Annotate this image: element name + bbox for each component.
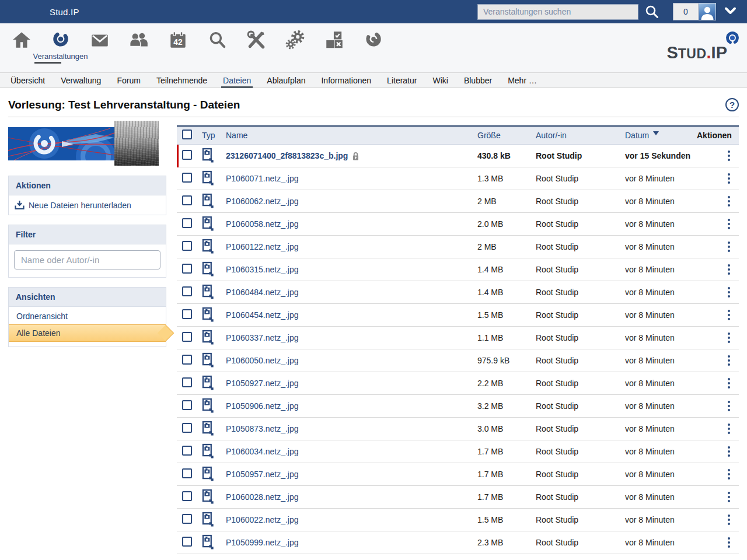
avatar[interactable] (699, 3, 716, 20)
row-checkbox[interactable] (182, 423, 192, 433)
file-name-link[interactable]: 23126071400_2f8813823c_b.jpg (226, 151, 348, 160)
row-checkbox[interactable] (182, 241, 192, 251)
file-name-link[interactable]: P1060022.netz_.jpg (226, 515, 299, 524)
row-actions-menu[interactable] (727, 354, 731, 367)
course-tab[interactable]: Teilnehmende (156, 73, 207, 88)
table-row: 23126071400_2f8813823c_b.jpg 430.8 kB Ro… (177, 145, 739, 167)
row-actions-menu[interactable] (727, 331, 731, 344)
planner-icon[interactable]: 42 (158, 30, 197, 64)
row-actions-menu[interactable] (727, 195, 731, 208)
search-nav-icon[interactable] (197, 30, 236, 64)
course-tab[interactable]: Literatur (387, 73, 417, 88)
row-checkbox[interactable] (182, 286, 192, 296)
search-icon[interactable] (644, 4, 659, 19)
course-tab[interactable]: Dateien (223, 73, 251, 88)
file-author: Root Studip (536, 265, 625, 274)
file-name-link[interactable]: P1060050.netz_.jpg (226, 356, 299, 365)
file-name-link[interactable]: P1060337.netz_.jpg (226, 333, 299, 342)
view-item[interactable]: Alle Dateien (9, 324, 166, 342)
file-size: 1.3 MB (477, 174, 536, 183)
row-actions-menu[interactable] (727, 286, 731, 299)
table-row: P1050873.netz_.jpg 3.0 MB Root Studip vo… (177, 418, 739, 440)
file-author: Root Studip (536, 219, 625, 229)
row-actions-menu[interactable] (727, 263, 731, 276)
row-checkbox[interactable] (182, 537, 192, 547)
row-actions-menu[interactable] (727, 468, 731, 481)
tools-icon[interactable] (236, 30, 275, 64)
row-checkbox[interactable] (182, 377, 192, 387)
chevron-down-icon[interactable] (724, 6, 736, 18)
select-all-checkbox[interactable] (182, 130, 192, 139)
file-name-link[interactable]: P1060122.netz_.jpg (226, 242, 299, 251)
file-name-link[interactable]: P1060062.netz_.jpg (226, 197, 299, 206)
course-tab[interactable]: Wiki (432, 73, 448, 88)
file-name-link[interactable]: P1060034.netz_.jpg (226, 447, 299, 456)
community-icon[interactable] (119, 30, 158, 64)
messages-icon[interactable] (80, 30, 119, 64)
admin-icon[interactable] (275, 30, 315, 64)
row-checkbox[interactable] (182, 195, 192, 205)
file-author: Root Studip (536, 515, 625, 524)
oer-icon[interactable] (354, 30, 393, 64)
row-checkbox[interactable] (182, 446, 192, 456)
row-actions-menu[interactable] (727, 536, 731, 549)
row-checkbox[interactable] (182, 150, 192, 160)
file-name-link[interactable]: P1060071.netz_.jpg (226, 174, 299, 183)
col-name[interactable]: Name (226, 131, 477, 140)
row-checkbox[interactable] (182, 468, 192, 478)
file-name-link[interactable]: P1050957.netz_.jpg (226, 470, 299, 479)
row-checkbox[interactable] (182, 400, 192, 410)
row-checkbox[interactable] (182, 514, 192, 524)
file-size: 2 MB (477, 197, 536, 206)
global-search-input[interactable] (477, 4, 638, 20)
help-icon[interactable]: ? (725, 98, 739, 111)
course-tab[interactable]: Ablaufplan (267, 73, 305, 88)
row-actions-menu[interactable] (727, 309, 731, 321)
file-name-link[interactable]: P1050999.netz_.jpg (226, 538, 299, 547)
row-actions-menu[interactable] (727, 149, 731, 162)
row-checkbox[interactable] (182, 173, 192, 183)
row-checkbox[interactable] (182, 218, 192, 228)
row-checkbox[interactable] (182, 264, 192, 274)
notification-counter[interactable]: 0 (673, 3, 699, 20)
row-checkbox[interactable] (182, 355, 192, 365)
col-author[interactable]: Autor/-in (536, 131, 625, 140)
file-name-link[interactable]: P1060484.netz_.jpg (226, 288, 299, 297)
row-checkbox[interactable] (182, 332, 192, 342)
file-name-link[interactable]: P1050873.netz_.jpg (226, 424, 299, 433)
row-actions-menu[interactable] (727, 377, 731, 390)
row-actions-menu[interactable] (727, 513, 731, 526)
course-tab[interactable]: Mehr … (508, 73, 537, 88)
row-actions-menu[interactable] (727, 445, 731, 458)
file-name-link[interactable]: P1060058.netz_.jpg (226, 219, 299, 229)
row-actions-menu[interactable] (727, 218, 731, 230)
course-tab[interactable]: Verwaltung (61, 73, 101, 88)
row-actions-menu[interactable] (727, 400, 731, 412)
course-tab[interactable]: Übersicht (11, 73, 45, 88)
course-tab[interactable]: Blubber (464, 73, 492, 88)
file-name-link[interactable]: P1060454.netz_.jpg (226, 310, 299, 320)
table-row: P1050957.netz_.jpg 1.7 MB Root Studip vo… (177, 463, 739, 486)
file-image-icon (202, 314, 214, 324)
col-typ[interactable]: Typ (200, 131, 226, 140)
download-new-files-link[interactable]: Neue Dateien herunterladen (9, 195, 166, 215)
filter-input[interactable] (14, 250, 160, 270)
col-size[interactable]: Größe (477, 131, 536, 140)
view-item[interactable]: Ordneransicht (9, 308, 166, 324)
file-name-link[interactable]: P1060315.netz_.jpg (226, 265, 299, 274)
file-name-link[interactable]: P1050906.netz_.jpg (226, 401, 299, 411)
course-tab[interactable]: Informationen (321, 73, 371, 88)
file-name-link[interactable]: P1060028.netz_.jpg (226, 492, 299, 502)
row-actions-menu[interactable] (727, 240, 731, 253)
col-date[interactable]: Datum (625, 131, 697, 140)
row-checkbox[interactable] (182, 309, 192, 319)
row-actions-menu[interactable] (727, 491, 731, 503)
row-actions-menu[interactable] (727, 422, 731, 435)
course-tab[interactable]: Forum (117, 73, 140, 88)
row-actions-menu[interactable] (727, 172, 731, 185)
file-name-link[interactable]: P1050927.netz_.jpg (226, 379, 299, 388)
active-nav-underline (34, 62, 61, 64)
resources-icon[interactable] (315, 30, 354, 64)
row-checkbox[interactable] (182, 491, 192, 501)
courses-icon[interactable]: Veranstaltungen (41, 30, 80, 64)
